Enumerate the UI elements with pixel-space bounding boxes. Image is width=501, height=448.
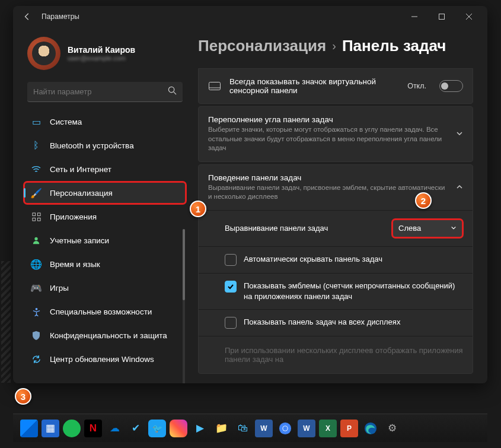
sidebar-item-time-language[interactable]: 🌐 Время и язык [24,253,186,275]
sidebar-item-accessibility[interactable]: Специальные возможности [24,300,186,323]
shield-icon [31,330,42,341]
sidebar-item-label: Конфиденциальность и защита [50,331,167,340]
svg-rect-4 [32,212,35,215]
bluetooth-icon: ᛒ [31,140,42,151]
taskbar[interactable]: ▦ N ☁ ✔ 🐦 ▶ 📁 🛍 W W X P ⚙ [13,414,487,442]
sidebar-item-bluetooth[interactable]: ᛒ Bluetooth и устройства [24,134,186,157]
alldisplays-label: Показывать панель задач на всех дисплеях [244,317,400,328]
sidebar-item-network[interactable]: Сеть и Интернет [24,158,186,180]
sidebar-item-label: Bluetooth и устройства [50,141,134,150]
taskbar-app-edge[interactable] [362,420,379,437]
alldisplays-checkbox[interactable] [225,317,237,329]
wifi-icon [31,164,42,174]
user-block[interactable]: Виталий Каиров user@example.com [24,32,186,80]
back-button[interactable] [18,7,37,26]
behaviors-sub: Выравнивание панели задач Слева Автомати… [199,210,473,373]
alignment-dropdown[interactable]: Слева [392,219,463,238]
touchpad-toggle[interactable] [439,80,463,92]
avatar [27,37,60,70]
sidebar-item-label: Персонализация [50,189,113,198]
taskbar-app-word[interactable]: W [255,420,273,437]
svg-rect-7 [37,218,40,221]
sidebar-item-gaming[interactable]: 🎮 Игры [24,277,186,299]
chevron-down-icon [451,224,457,233]
taskbar-app-onedrive[interactable]: ☁ [106,420,123,437]
svg-rect-5 [37,212,40,215]
paintbrush-icon: 🖌️ [31,188,42,198]
taskbar-app-todo[interactable]: ✔ [127,420,145,437]
taskbar-app-twitter[interactable]: 🐦 [148,420,166,437]
svg-line-3 [174,92,176,94]
maximize-button[interactable] [428,7,455,26]
breadcrumb-current: Панель задач [342,37,446,55]
nav-list: ▭ Система ᛒ Bluetooth и устройства Сеть … [24,110,186,370]
taskbar-app-tv[interactable]: ▶ [191,420,209,437]
autohide-label: Автоматически скрывать панель задач [244,254,382,265]
sidebar-item-label: Учетные записи [50,236,109,245]
multidisplay-disabled-row: При использовании нескольких дисплеев от… [199,336,473,373]
gamepad-icon: 🎮 [31,282,42,293]
apps-icon [31,211,42,222]
taskbar-app-store[interactable]: 🛍 [234,420,251,437]
close-button[interactable] [455,7,483,26]
overflow-title: Переполнение угла панели задач [208,115,448,124]
touchpad-title: Всегда показывать значок виртуальной сен… [229,77,399,95]
sidebar-item-label: Центр обновления Windows [50,355,154,364]
autohide-row[interactable]: Автоматически скрывать панель задач [199,246,473,273]
chevron-up-icon [456,182,463,193]
behaviors-desc: Выравнивание панели задач, присвоение эм… [208,183,448,202]
svg-rect-10 [209,82,221,90]
taskbar-app-spotify[interactable] [63,420,81,437]
behaviors-title: Поведение панели задач [208,173,448,182]
update-icon [31,354,42,364]
annotation-1: 1 [190,201,206,217]
breadcrumb-parent[interactable]: Персонализация [198,37,326,55]
sidebar-item-personalization[interactable]: 🖌️ Персонализация [24,182,186,204]
taskbar-app-files[interactable]: 📁 [212,420,230,437]
taskbar-app-excel[interactable]: X [319,420,337,437]
overflow-expander[interactable]: Переполнение угла панели задач Выберите … [199,107,473,161]
settings-window: Параметры Виталий Каиров user@example.co… [13,6,487,383]
badges-label: Показывать эмблемы (счетчик непрочитанны… [244,281,463,302]
overflow-desc: Выберите значки, которые могут отображат… [208,125,448,153]
sidebar: Виталий Каиров user@example.com ▭ Систем… [13,27,191,383]
svg-rect-6 [32,218,35,221]
taskbar-app-instagram[interactable] [170,420,187,437]
sidebar-item-update[interactable]: Центр обновления Windows [24,348,186,370]
sidebar-item-accounts[interactable]: Учетные записи [24,229,186,252]
taskbar-app-chrome[interactable] [276,420,294,437]
taskbar-app-settings[interactable]: ⚙ [383,420,401,437]
badges-checkbox[interactable] [225,281,237,293]
alldisplays-row[interactable]: Показывать панель задач на всех дисплеях [199,309,473,336]
search-icon [168,86,177,97]
globe-clock-icon: 🌐 [31,259,42,269]
search-input[interactable] [33,87,168,96]
badges-row[interactable]: Показывать эмблемы (счетчик непрочитанны… [199,273,473,309]
minimize-button[interactable] [401,7,428,26]
sidebar-item-label: Сеть и Интернет [50,165,111,174]
chevron-down-icon [456,129,463,139]
behaviors-expander[interactable]: Поведение панели задач Выравнивание пане… [199,165,473,210]
taskbar-app-netflix[interactable]: N [84,420,102,437]
start-button[interactable] [20,420,38,437]
accessibility-icon [31,306,42,317]
user-name: Виталий Каиров [68,45,135,55]
behaviors-card: Поведение панели задач Выравнивание пане… [198,164,473,374]
taskbar-app-powerpoint[interactable]: P [340,420,358,437]
svg-point-8 [34,237,37,240]
sidebar-item-apps[interactable]: Приложения [24,205,186,228]
sidebar-item-privacy[interactable]: Конфиденциальность и защита [24,324,186,347]
taskbar-app-calculator[interactable]: ▦ [42,420,59,437]
annotation-2: 2 [415,192,432,209]
autohide-checkbox[interactable] [225,254,237,266]
annotation-3: 3 [15,388,31,405]
overflow-card: Переполнение угла панели задач Выберите … [198,106,473,162]
sidebar-item-system[interactable]: ▭ Система [24,110,186,133]
chevron-right-icon: › [332,39,336,53]
toggle-state-label: Откл. [407,82,426,90]
sidebar-scrollbar[interactable] [183,229,185,383]
taskbar-app-word2[interactable]: W [298,420,315,437]
user-email: user@example.com [68,55,135,62]
search-box[interactable] [27,82,183,102]
svg-point-2 [168,87,174,92]
